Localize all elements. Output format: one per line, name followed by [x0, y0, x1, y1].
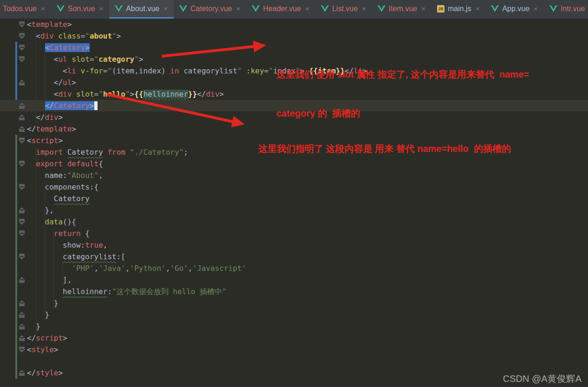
code-text: 'PHP','Java','Python','Go','Javascript' — [27, 262, 246, 274]
code-text: <style> — [27, 344, 58, 355]
fold-region-end-icon[interactable] — [19, 277, 25, 283]
fold-region-end-icon[interactable] — [19, 103, 25, 109]
gutter — [0, 19, 27, 30]
fold-region-start-icon[interactable] — [19, 21, 25, 27]
close-tab-icon[interactable]: × — [534, 5, 538, 13]
code-text: components:{ — [27, 181, 98, 193]
code-line[interactable]: </style> — [0, 367, 588, 379]
gutter — [0, 65, 27, 77]
close-tab-icon[interactable]: × — [236, 5, 241, 13]
gutter — [0, 158, 27, 170]
code-text: data(){ — [27, 216, 76, 228]
fold-region-start-icon[interactable] — [19, 161, 25, 167]
code-line[interactable]: 'PHP','Java','Python','Go','Javascript' — [0, 262, 588, 274]
tab-label: List.vue — [332, 5, 358, 13]
code-line[interactable]: }, — [0, 204, 588, 216]
js-file-icon: JS — [437, 5, 444, 13]
code-text: <div class="about"> — [27, 30, 121, 42]
gutter — [0, 42, 27, 53]
fold-region-end-icon[interactable] — [19, 207, 25, 213]
code-text: </script> — [27, 332, 67, 344]
code-line[interactable]: helloinner:"这个数据会放到 hello 插槽中" — [0, 286, 588, 297]
code-line[interactable]: </script> — [0, 332, 588, 344]
code-line[interactable]: <style> — [0, 344, 588, 355]
gutter — [0, 135, 27, 146]
code-line[interactable]: Catetory — [0, 193, 588, 204]
code-line[interactable]: <div class="about"> — [0, 30, 588, 42]
code-text: <template> — [27, 19, 72, 30]
fold-region-start-icon[interactable] — [19, 184, 25, 190]
fold-region-end-icon[interactable] — [19, 335, 25, 341]
gutter — [0, 344, 27, 355]
annotation-line: 这里我们 使用 slot 属性 指定了, 这个内容是用来替代 name= — [276, 68, 529, 81]
tab-label: Item.vue — [389, 5, 417, 13]
vue-logo-icon — [321, 5, 329, 12]
gutter — [0, 297, 27, 309]
close-tab-icon[interactable]: × — [476, 5, 480, 13]
gutter — [0, 100, 27, 112]
tab-header-vue[interactable]: Header.vue× — [246, 0, 315, 19]
fold-region-end-icon[interactable] — [19, 300, 25, 306]
code-line[interactable]: } — [0, 297, 588, 309]
tab-label: About.vue — [126, 5, 159, 13]
tab-intr-vue[interactable]: Intr.vue× — [544, 0, 588, 19]
tab-catetory-vue[interactable]: Catetory.vue× — [174, 0, 246, 19]
tab-about-vue[interactable]: About.vue× — [109, 0, 174, 19]
code-text: </template> — [27, 123, 76, 135]
tab-label: App.vue — [502, 5, 529, 13]
code-line[interactable]: ], — [0, 274, 588, 286]
gutter — [0, 367, 27, 379]
code-line[interactable] — [0, 355, 588, 367]
code-line[interactable]: return { — [0, 228, 588, 239]
code-text: } — [27, 297, 58, 309]
tab-main-js[interactable]: JSmain.js× — [431, 0, 485, 19]
code-text: Catetory — [27, 193, 90, 204]
gutter — [0, 53, 27, 65]
tab-label: Son.vue — [68, 5, 95, 13]
close-tab-icon[interactable]: × — [99, 5, 103, 13]
fold-region-end-icon[interactable] — [19, 370, 25, 376]
close-tab-icon[interactable]: × — [421, 5, 425, 13]
fold-region-end-icon[interactable] — [19, 312, 25, 318]
code-line[interactable]: name:"About", — [0, 170, 588, 181]
fold-region-start-icon[interactable] — [19, 56, 25, 62]
code-text: <Catetory> — [27, 42, 90, 53]
vue-logo-icon — [549, 5, 557, 12]
code-line[interactable]: categorylist:[ — [0, 251, 588, 262]
gutter — [0, 286, 27, 297]
close-tab-icon[interactable]: × — [362, 5, 366, 13]
tab-son-vue[interactable]: Son.vue× — [51, 0, 109, 19]
code-line[interactable]: data(){ — [0, 216, 588, 228]
code-line[interactable]: <template> — [0, 19, 588, 30]
gutter — [0, 239, 27, 251]
close-tab-icon[interactable]: × — [163, 5, 168, 13]
fold-region-start-icon[interactable] — [19, 347, 25, 353]
fold-region-end-icon[interactable] — [19, 126, 25, 132]
tab-list-vue[interactable]: List.vue× — [315, 0, 372, 19]
fold-region-end-icon[interactable] — [19, 323, 25, 329]
gutter — [0, 274, 27, 286]
code-line[interactable]: show:true, — [0, 239, 588, 251]
close-tab-icon[interactable]: × — [41, 5, 45, 13]
fold-region-start-icon[interactable] — [19, 33, 25, 39]
fold-region-start-icon[interactable] — [19, 45, 25, 51]
code-line[interactable]: } — [0, 309, 588, 321]
tab-todos-vue[interactable]: Todos.vue× — [0, 0, 51, 19]
tab-item-vue[interactable]: Item.vue× — [372, 0, 431, 19]
code-line[interactable]: components:{ — [0, 181, 588, 193]
fold-region-start-icon[interactable] — [19, 138, 25, 144]
gutter — [0, 112, 27, 123]
close-tab-icon[interactable]: × — [305, 5, 309, 13]
fold-region-end-icon[interactable] — [19, 114, 25, 120]
code-text: ], — [27, 274, 72, 286]
tab-app-vue[interactable]: App.vue× — [485, 0, 543, 19]
fold-region-start-icon[interactable] — [19, 219, 25, 225]
fold-region-start-icon[interactable] — [19, 254, 25, 260]
fold-region-end-icon[interactable] — [19, 79, 25, 85]
fold-region-start-icon[interactable] — [19, 230, 25, 236]
code-line[interactable]: } — [0, 321, 588, 332]
csdn-watermark: CSDN @A黄俊辉A — [503, 373, 581, 385]
code-text: export default{ — [27, 158, 103, 170]
code-text: } — [27, 321, 40, 332]
code-text: show:true, — [27, 239, 107, 251]
